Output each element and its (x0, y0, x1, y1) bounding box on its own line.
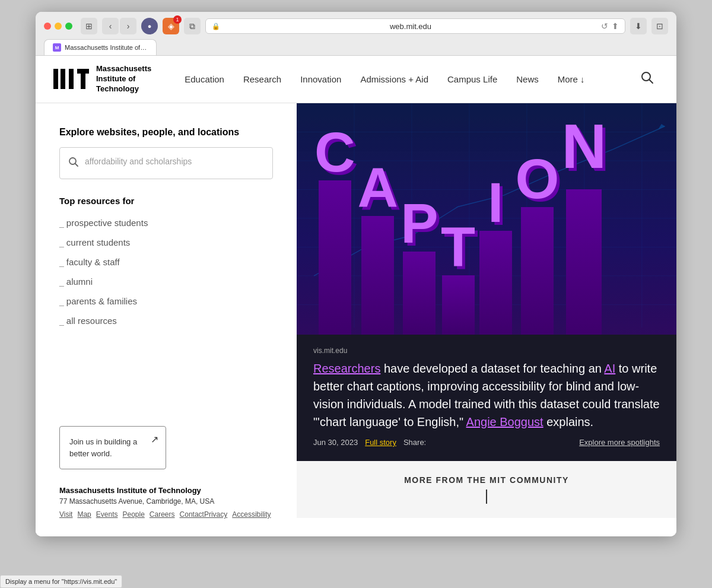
svg-rect-3 (77, 69, 89, 74)
lock-icon: 🔒 (212, 23, 220, 30)
refresh-button[interactable]: ↺ (601, 21, 608, 31)
explore-label: Explore websites, people, and locations (59, 127, 273, 138)
back-button[interactable]: ‹ (102, 18, 119, 34)
svg-line-8 (75, 164, 78, 167)
share-button[interactable]: ⬆ (612, 21, 619, 31)
join-box[interactable]: ↗ Join us in building a better world. (59, 426, 166, 469)
resource-faculty-staff[interactable]: _ faculty & staff (59, 252, 273, 272)
news-meta: Jun 30, 2023 Full story Share: Explore m… (313, 438, 660, 447)
search-icon (641, 71, 654, 84)
browser-tooltip: Display a menu for "https://vis.mit.edu" (0, 575, 122, 588)
bar-o: O (516, 151, 560, 335)
join-text: Join us in building a better world. (69, 436, 156, 459)
ai-link[interactable]: AI (604, 362, 615, 375)
footer-link-privacy[interactable]: Privacy (204, 510, 227, 519)
sidebar-search-icon (68, 157, 79, 170)
nav-item-education[interactable]: Education (175, 58, 234, 101)
close-window-button[interactable] (44, 23, 51, 30)
svg-rect-2 (69, 69, 74, 89)
footer-address: 77 Massachusetts Avenue, Cambridge, MA, … (59, 497, 273, 506)
nav-item-research[interactable]: Research (234, 58, 291, 101)
maximize-window-button[interactable] (65, 23, 72, 30)
resource-all-resources[interactable]: _ all resources (59, 311, 273, 330)
footer-link-map[interactable]: Map (77, 510, 91, 519)
svg-rect-0 (53, 69, 58, 89)
active-tab[interactable]: M Massachusetts Institute of Technology (44, 39, 157, 55)
mit-logo-svg (53, 69, 89, 89)
sidebar-bottom: ↗ Join us in building a better world. Ma… (59, 414, 273, 519)
nav-item-admissions[interactable]: Admissions + Aid (351, 58, 438, 101)
forward-button[interactable]: › (120, 18, 136, 34)
resource-alumni[interactable]: _ alumni (59, 272, 273, 291)
copy-button[interactable]: ⧉ (184, 18, 201, 34)
site-header: Massachusetts Institute of Technology Ed… (36, 56, 676, 103)
news-headline: Researchers have developed a dataset for… (313, 360, 660, 431)
footer-link-careers[interactable]: Careers (150, 510, 175, 519)
nav-item-innovation[interactable]: Innovation (291, 58, 351, 101)
resource-parents-families[interactable]: _ parents & families (59, 291, 273, 311)
bar-i: I (478, 174, 513, 335)
right-content: C A P (297, 103, 676, 536)
bar-c: C (314, 124, 355, 335)
bar-a: A (358, 160, 399, 335)
caption-display: C A P (297, 103, 676, 335)
tab-favicon: M (53, 43, 61, 52)
nav-item-more[interactable]: More ↓ (548, 58, 595, 101)
browser-nav-buttons: ‹ › (102, 18, 136, 34)
news-date: Jun 30, 2023 (313, 438, 358, 447)
resource-prospective-students[interactable]: _ prospective students (59, 213, 273, 233)
tab-label: Massachusetts Institute of Technology (65, 44, 148, 51)
svg-line-6 (650, 80, 653, 84)
sidebar-toggle-button[interactable]: ⊞ (81, 18, 97, 34)
traffic-lights (44, 23, 72, 30)
main-nav: Education Research Innovation Admissions… (175, 58, 636, 101)
sidebar-footer: Massachusetts Institute of Technology 77… (59, 486, 273, 519)
community-divider (486, 490, 487, 504)
footer-link-accessibility[interactable]: Accessibility (232, 510, 271, 519)
browser-tab-bar: M Massachusetts Institute of Technology (44, 39, 668, 55)
minimize-window-button[interactable] (55, 23, 62, 30)
address-bar[interactable]: 🔒 web.mit.edu ↺ ⬆ (205, 18, 625, 34)
external-link-icon: ↗ (151, 434, 158, 445)
browser-toolbar: ⊞ ‹ › ● ◈ 1 ⧉ 🔒 web.mit.edu ↺ ⬆ ⬇ ⊡ (44, 18, 668, 34)
explore-spotlights-link[interactable]: Explore more spotlights (579, 438, 660, 447)
resource-current-students[interactable]: _ current students (59, 233, 273, 252)
reader-mode-button[interactable]: ⊡ (651, 18, 668, 34)
profile-icon: ● (141, 18, 158, 34)
address-text: web.mit.edu (224, 22, 597, 31)
bar-t: T (441, 219, 476, 335)
footer-link-contact[interactable]: Contact (180, 510, 204, 519)
full-story-link[interactable]: Full story (365, 438, 396, 447)
bar-p: P (401, 195, 438, 335)
search-placeholder: affordability and scholarships (85, 156, 192, 168)
nav-item-news[interactable]: News (507, 58, 548, 101)
svg-rect-4 (81, 74, 85, 89)
browser-window: ⊞ ‹ › ● ◈ 1 ⧉ 🔒 web.mit.edu ↺ ⬆ ⬇ ⊡ (36, 12, 676, 536)
community-section: MORE FROM THE MIT COMMUNITY (297, 461, 676, 518)
download-button[interactable]: ⬇ (630, 18, 647, 34)
mit-logo-text: Massachusetts Institute of Technology (96, 64, 151, 94)
search-button[interactable] (636, 66, 659, 92)
footer-org-name: Massachusetts Institute of Technology (59, 486, 273, 495)
extensions-icon[interactable]: ◈ 1 (163, 18, 179, 34)
svg-rect-1 (61, 69, 65, 89)
search-box[interactable]: affordability and scholarships (59, 147, 273, 179)
footer-link-visit[interactable]: Visit (59, 510, 72, 519)
sidebar: Explore websites, people, and locations … (36, 103, 297, 536)
mit-website: Massachusetts Institute of Technology Ed… (36, 56, 676, 536)
angie-boggust-link[interactable]: Angie Boggust (466, 415, 543, 428)
footer-link-events[interactable]: Events (96, 510, 118, 519)
bar-n: N (562, 127, 607, 335)
news-overlay: vis.mit.edu Researchers have developed a… (297, 335, 676, 461)
nav-item-campus-life[interactable]: Campus Life (438, 58, 507, 101)
footer-link-people[interactable]: People (122, 510, 144, 519)
hero-image: C A P (297, 103, 676, 335)
researchers-link[interactable]: Researchers (313, 362, 380, 375)
resources-label: Top resources for (59, 196, 273, 206)
community-title: MORE FROM THE MIT COMMUNITY (311, 475, 662, 485)
footer-links: Visit Map Events People Careers Contact (59, 510, 273, 519)
share-label: Share: (403, 438, 426, 447)
main-content: Explore websites, people, and locations … (36, 103, 676, 536)
mit-logo[interactable]: Massachusetts Institute of Technology (53, 64, 151, 94)
news-source-url: vis.mit.edu (313, 347, 660, 355)
